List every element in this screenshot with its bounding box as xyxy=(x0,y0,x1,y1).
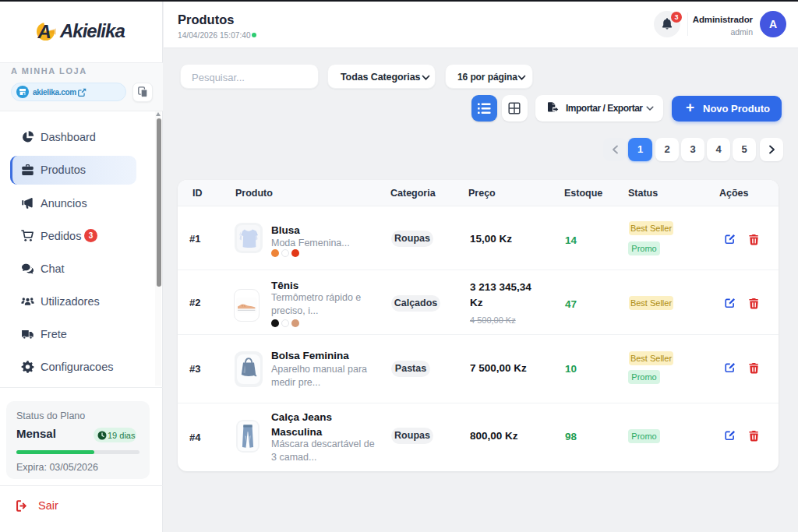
svg-text:A: A xyxy=(37,21,51,41)
